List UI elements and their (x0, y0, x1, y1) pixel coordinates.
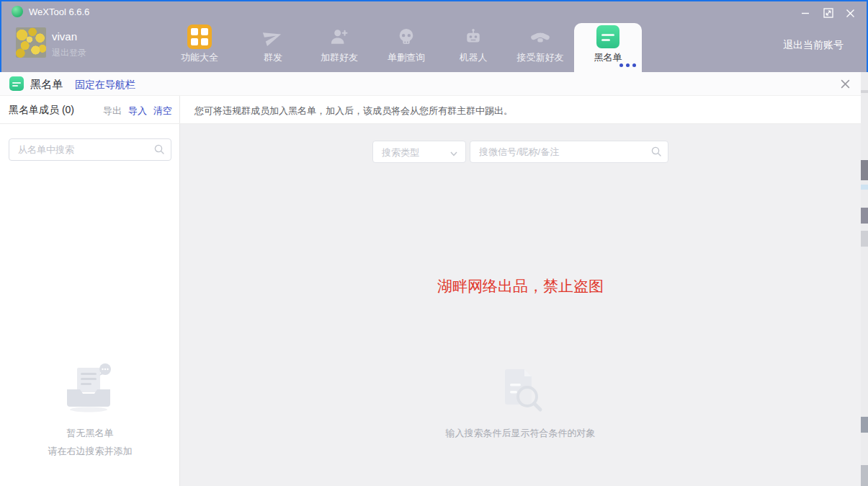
document-search-icon (497, 365, 545, 417)
search-type-value: 搜索类型 (382, 146, 419, 159)
nav-item-add-group-friends[interactable]: 加群好友 (306, 25, 372, 71)
blacklist-icon (596, 25, 619, 48)
blacklist-toolbar: 黑名单成员 (0) 导出 导入 清空 (0, 96, 180, 123)
notice-text: 您可将违规群成员加入黑名单，加入后，该成员将会从您所有群主群中踢出。 (194, 105, 513, 118)
main-area: 搜索类型 湖畔网络出品，禁止盗图 输入搜索条件后显示符合条件的对象 (180, 124, 861, 486)
title-bar: WeXTool 6.6.6 (1, 1, 867, 22)
search-type-select[interactable]: 搜索类型 (372, 141, 466, 163)
search-icon (650, 146, 662, 160)
page-close-button[interactable] (838, 76, 852, 91)
close-icon (846, 9, 855, 18)
handshake-icon (529, 26, 551, 48)
watermark-text: 湖畔网络出品，禁止盗图 (180, 276, 861, 296)
page-header: 黑名单 固定在导航栏 (0, 72, 861, 96)
clear-button[interactable]: 清空 (153, 105, 172, 118)
nav-item-mass-send[interactable]: 群发 (240, 25, 306, 71)
page-title: 黑名单 (30, 78, 63, 92)
wechat-search-input[interactable] (470, 141, 668, 163)
main-empty-hint: 输入搜索条件后显示符合条件的对象 (180, 427, 861, 440)
grid-icon (187, 25, 212, 49)
paper-plane-icon (260, 24, 285, 49)
window-title: WeXTool 6.6.6 (29, 6, 89, 17)
top-bar: WeXTool 6.6.6 vivan 退出登录 功能大全 群发 (0, 0, 868, 72)
export-button[interactable]: 导出 (103, 105, 122, 118)
person-add-icon (329, 27, 349, 47)
pin-to-navbar-link[interactable]: 固定在导航栏 (75, 79, 135, 92)
blacklist-page-icon (9, 76, 24, 91)
maximize-icon (823, 8, 833, 18)
members-count-label: 黑名单成员 (0) (9, 104, 74, 117)
nav-item-accept-friends[interactable]: 接受新好友 (507, 25, 573, 71)
minimize-button[interactable] (796, 6, 815, 20)
logout-account-button[interactable]: 退出当前账号 (783, 39, 844, 52)
user-name: vivan (52, 30, 77, 43)
nav-item-delete-check[interactable]: 单删查询 (373, 25, 439, 71)
nav-item-robot[interactable]: 机器人 (440, 25, 506, 71)
left-empty-title: 暂无黑名单 (0, 427, 180, 440)
logout-link[interactable]: 退出登录 (52, 47, 86, 59)
search-icon (153, 143, 165, 158)
notice-bar: 您可将违规群成员加入黑名单，加入后，该成员将会从您所有群主群中踢出。 (180, 96, 861, 123)
import-button[interactable]: 导入 (128, 105, 147, 118)
chevron-down-icon (449, 148, 458, 161)
maximize-button[interactable] (819, 6, 838, 20)
skull-icon (396, 27, 416, 47)
close-icon (840, 79, 851, 89)
blacklist-left-panel: 暂无黑名单 请在右边搜索并添加 (0, 124, 180, 486)
list-search-input[interactable] (9, 138, 171, 161)
robot-icon (463, 27, 483, 47)
empty-inbox-icon (59, 362, 121, 414)
left-empty-subtitle: 请在右边搜索并添加 (0, 445, 180, 458)
avatar[interactable] (16, 27, 46, 58)
left-empty-state: 暂无黑名单 请在右边搜索并添加 (0, 362, 180, 458)
main-empty-state: 输入搜索条件后显示符合条件的对象 (180, 365, 861, 440)
app-logo-icon (12, 6, 23, 17)
tab-more-dots-icon[interactable] (619, 63, 636, 67)
nav-item-features[interactable]: 功能大全 (166, 25, 233, 71)
window-close-button[interactable] (841, 6, 859, 20)
minimize-icon (801, 9, 810, 17)
background-window-sliver (861, 72, 868, 486)
toolbar-row: 黑名单成员 (0) 导出 导入 清空 您可将违规群成员加入黑名单，加入后，该成员… (0, 96, 861, 124)
